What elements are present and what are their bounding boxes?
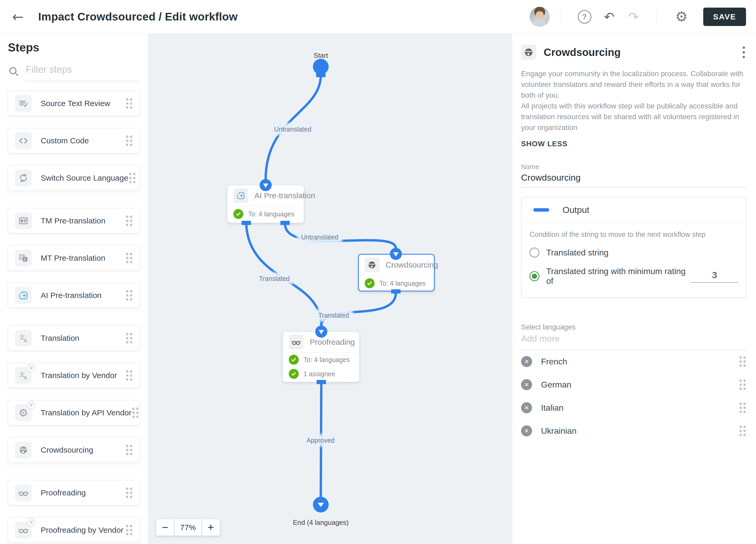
help-icon[interactable]: ? [578, 10, 591, 24]
language-row-french: ✕ French [521, 350, 747, 373]
drag-handle[interactable] [125, 487, 133, 499]
step-item-translation[interactable]: Translation [8, 326, 140, 351]
node-crowdsourcing[interactable]: Crowdsourcing To: 4 languages [358, 254, 435, 291]
kebab-menu-icon[interactable] [741, 45, 747, 60]
step-item-crowdsourcing[interactable]: Crowdsourcing [8, 437, 140, 463]
drag-handle[interactable] [739, 425, 747, 437]
drag-handle[interactable] [125, 215, 133, 227]
search-icon [8, 66, 19, 77]
description-paragraph: Engage your community in the localizatio… [521, 68, 747, 101]
node-target-row: To: 4 languages [228, 206, 304, 222]
check-icon [365, 278, 375, 288]
remove-icon[interactable]: ✕ [521, 356, 532, 367]
step-label: Crowdsourcing [41, 446, 93, 454]
zoom-level: 77% [175, 519, 201, 536]
name-field[interactable] [521, 172, 747, 187]
drag-handle[interactable] [125, 369, 133, 381]
globe-icon [521, 45, 536, 60]
machine-translate-icon [15, 250, 32, 266]
radio-translated-string[interactable]: Translated string [529, 248, 738, 258]
name-field-wrap [521, 172, 747, 187]
step-description: Engage your community in the localizatio… [521, 68, 747, 133]
step-item-tm-pre-translation[interactable]: TM Pre-translation [8, 208, 140, 233]
drag-handle[interactable] [125, 444, 133, 456]
step-item-proofreading[interactable]: Proofreading [8, 480, 140, 505]
drag-handle[interactable] [128, 172, 136, 184]
step-item-mt-pre-translation[interactable]: MT Pre-translation [8, 245, 140, 271]
filter-steps-input[interactable] [26, 64, 140, 81]
redo-icon[interactable]: ↷ [628, 11, 639, 23]
drag-handle[interactable] [125, 332, 133, 344]
min-rating-field[interactable] [691, 270, 738, 283]
workflow-canvas[interactable]: Start End (4 languages) Untranslated Tra… [148, 34, 512, 544]
glasses-icon [15, 484, 32, 501]
radio-translated-min-rating[interactable]: Translated string with minimum rating of [529, 266, 738, 286]
node-target-text: To: 4 languages [303, 356, 350, 364]
filter-steps-row [8, 64, 140, 81]
undo-icon[interactable]: ↶ [604, 11, 615, 23]
step-item-translation-by-vendor[interactable]: V Translation by Vendor [8, 363, 140, 388]
sync-icon [15, 170, 32, 186]
step-item-source-text-review[interactable]: Source Text Review [8, 91, 140, 116]
back-icon[interactable]: ← [12, 10, 24, 24]
globe-icon [15, 442, 32, 458]
avatar[interactable] [530, 7, 550, 27]
node-header: Proofreading [283, 332, 359, 352]
drag-handle[interactable] [739, 402, 747, 414]
show-less-link[interactable]: SHOW LESS [521, 140, 568, 148]
remove-icon[interactable]: ✕ [521, 402, 532, 413]
output-port-icon [529, 210, 553, 210]
top-bar-actions: ? ↶ ↷ ⚙ SAVE [530, 7, 746, 27]
output-title: Output [563, 205, 589, 215]
group-separator [0, 311, 148, 311]
remove-icon[interactable]: ✕ [521, 379, 532, 390]
rating-field-wrap [691, 270, 738, 283]
remove-icon[interactable]: ✕ [521, 425, 532, 436]
zoom-controls: − 77% + [156, 519, 220, 536]
node-ai-pre-translation[interactable]: AI Pre-translation To: 4 languages [227, 185, 304, 223]
select-languages-label: Select languages [521, 323, 747, 331]
drag-handle[interactable] [125, 252, 133, 264]
node-header: Crowdsourcing [359, 255, 434, 275]
ai-sparkle-icon [15, 287, 32, 304]
zoom-out-button[interactable]: − [156, 519, 174, 536]
panel-title: Crowdsourcing [544, 46, 621, 58]
drag-handle[interactable] [125, 135, 133, 147]
edge-label-approved: Approved [304, 436, 337, 444]
step-label: Custom Code [41, 136, 89, 145]
drag-handle[interactable] [125, 97, 133, 109]
drag-handle[interactable] [739, 355, 747, 368]
drag-handle[interactable] [125, 289, 133, 301]
radio-checked-icon[interactable] [529, 271, 539, 281]
node-target-row: To: 4 languages [359, 275, 434, 291]
check-icon [289, 355, 299, 365]
step-item-translation-by-api-vendor[interactable]: ⚙ V Translation by API Vendor [8, 400, 140, 425]
step-item-ai-pre-translation[interactable]: AI Pre-translation [8, 283, 140, 308]
step-item-switch-source-language[interactable]: Switch Source Language [8, 165, 140, 191]
edge-label-untranslated: Untranslated [272, 125, 313, 133]
step-item-custom-code[interactable]: Custom Code [8, 128, 140, 153]
steps-heading: Steps [8, 41, 140, 54]
language-name: French [541, 357, 567, 367]
zoom-in-button[interactable]: + [202, 519, 220, 536]
drag-handle[interactable] [132, 407, 139, 419]
globe-icon [365, 258, 379, 272]
add-language-input[interactable] [521, 333, 747, 350]
vendor-badge: V [27, 363, 35, 372]
drag-handle[interactable] [739, 379, 747, 391]
language-name: German [541, 380, 571, 390]
radio-unchecked-icon[interactable] [529, 248, 539, 258]
translate-icon [15, 330, 32, 347]
step-label: Source Text Review [41, 99, 110, 108]
node-target-text: To: 4 languages [248, 210, 295, 218]
save-button[interactable]: SAVE [703, 8, 746, 26]
step-item-proofreading-by-vendor[interactable]: V Proofreading by Vendor [8, 517, 140, 543]
steps-sidebar: Steps Source Text Review Custom Code Swi… [0, 34, 148, 544]
gear-icon[interactable]: ⚙ [675, 10, 688, 24]
step-label: AI Pre-translation [41, 291, 102, 300]
radio-label: Translated string with minimum rating of [546, 266, 691, 286]
node-proofreading[interactable]: Proofreading To: 4 languages 1 assignee [283, 332, 359, 382]
node-target-text: To: 4 languages [379, 280, 426, 287]
drag-handle[interactable] [125, 524, 133, 536]
node-title: AI Pre-translation [254, 191, 315, 200]
